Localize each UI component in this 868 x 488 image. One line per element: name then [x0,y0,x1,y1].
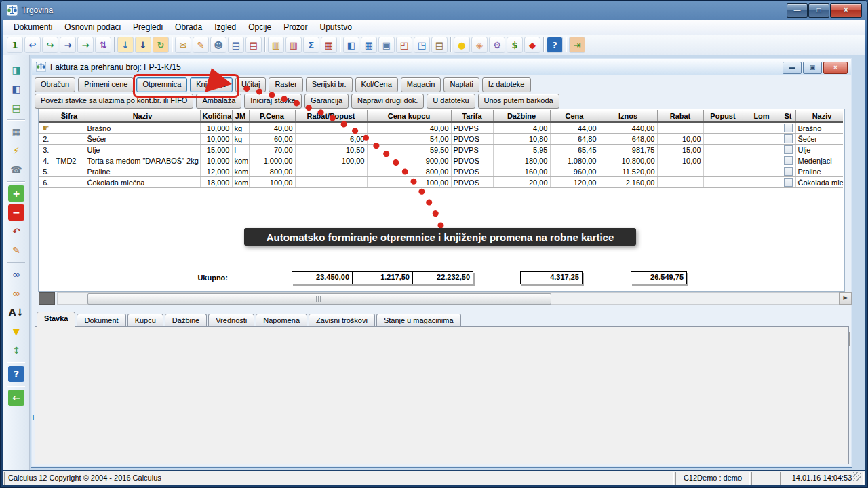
table-row[interactable]: 2.Šećer10,000kg60,006,0054,00PDVOS10,806… [39,134,843,145]
iz-datoteke-button[interactable]: Iz datoteke [482,77,531,92]
iniciraj-stavke-button[interactable]: Iniciraj stavke [244,94,302,109]
menu-item-dokumenti[interactable]: Dokumenti [7,20,58,34]
book-remove-icon[interactable]: ▤ [245,37,262,53]
column-header-naziv[interactable]: Naziv [795,110,843,122]
sort-az-icon[interactable]: A↓ [8,304,24,320]
column-header-p-cena[interactable]: P.Cena [249,110,295,122]
hint-bulb-icon[interactable]: ● [454,37,470,53]
price-tag-icon[interactable]: ◈ [471,37,488,53]
column-header-cena-kupcu[interactable]: Cena kupcu [367,110,451,122]
refresh-doc-icon[interactable]: ↻ [153,37,169,53]
table-row[interactable]: ☛Brašno10,000kg40,0040,00PDVPS4,0044,004… [39,122,843,134]
menu-item-uputstvo[interactable]: Uputstvo [314,20,358,34]
column-header-popust[interactable]: Popust [703,110,743,122]
main-titlebar[interactable]: Trgovina — □ × [1,1,867,20]
doc-restore-button[interactable]: ▣ [803,62,822,74]
resize-grip[interactable] [853,472,861,481]
menu-item-osnovni-podaci[interactable]: Osnovni podaci [58,20,127,34]
help-icon[interactable]: ? [547,37,563,53]
u-datoteku-button[interactable]: U datoteku [427,94,475,109]
tab-kupcu[interactable]: Kupcu [127,314,163,327]
clipboard-icon[interactable]: ▥ [268,37,284,53]
notes-book-icon[interactable]: ▤ [431,37,448,53]
add-row-icon[interactable]: + [8,185,24,202]
mail-icon[interactable]: ✉ [175,37,191,53]
ambalaza-button[interactable]: Ambalaža [196,94,241,109]
menu-item-pregledi[interactable]: Pregledi [127,20,169,34]
exit-door-icon[interactable]: ⇥ [569,37,585,53]
unos-putem-barkoda-button[interactable]: Unos putem barkoda [478,94,559,109]
magacin-button[interactable]: Magacin [401,77,441,92]
column-header-cena[interactable]: Cena [550,110,599,122]
new-doc-icon[interactable]: 1 [7,37,23,53]
collapse-doc-icon[interactable]: ⇅ [95,37,111,53]
close-button[interactable]: × [830,3,862,18]
undo-icon[interactable]: ↶ [8,223,24,240]
calendar-icon[interactable]: ▦ [321,37,337,53]
table-row[interactable]: 3.Ulje15,000l70,0010,5059,50PDVPS5,9565,… [39,145,843,155]
save-doc-icon[interactable]: ↪ [42,37,58,53]
doc-close-button[interactable]: × [823,62,848,74]
document-titlebar[interactable]: Faktura za prehranu broj: FP-1-K/15 ▬ ▣ … [32,59,851,75]
view-grid-icon[interactable]: ▦ [361,37,377,53]
view-copies-icon[interactable]: ▣ [378,37,395,53]
next-doc-icon[interactable]: → [77,37,94,53]
print-fast-icon[interactable]: ⚡ [8,143,24,159]
column-header-rabat-popust[interactable]: Rabat/Popust [295,110,367,122]
book-add-icon[interactable]: ▤ [228,37,244,53]
save-as-icon[interactable]: ◧ [8,81,24,97]
filter-icon[interactable]: ▼ [8,323,24,339]
favorite-diamond-icon[interactable]: ◆ [524,37,540,53]
import-all-doc-icon[interactable]: ↓ [135,37,151,53]
kol-cena-button[interactable]: Kol/Cena [355,77,398,92]
napravi-drugi-dok-button[interactable]: Napravi drugi dok. [351,94,424,109]
menu-item-izgled[interactable]: Izgled [208,20,242,34]
edit-pencil-icon[interactable]: ✎ [193,37,209,53]
table-row[interactable]: 6.Čokolada mlečna18,000kom100,00100,00PD… [39,177,843,188]
tab-stavka[interactable]: Stavka [37,312,75,327]
tab-vrednosti[interactable]: Vrednosti [208,314,254,327]
otpremnica-button[interactable]: Otpremnica [136,77,187,92]
column-header-kolicina[interactable]: Količina [200,110,232,122]
menu-item-opcije[interactable]: Opcije [242,20,277,34]
import-doc-icon[interactable]: ↓ [117,37,134,53]
doc-minimize-button[interactable]: ▬ [783,62,802,74]
table-row[interactable]: 4.TMD2Torta sa medom "DARABOŠ" 2kg10,000… [39,155,843,166]
garancija-button[interactable]: Garancija [304,94,349,109]
column-header-sifra[interactable]: Šifra [54,110,85,122]
column-header-jm[interactable]: JM [232,110,249,122]
tab-napomena[interactable]: Napomena [256,314,307,327]
copy-edit-icon[interactable]: ✎ [8,242,24,259]
user-edit-icon[interactable]: ☻ [210,37,226,53]
scroll-right-button[interactable]: ▶ [839,292,852,305]
minimize-button[interactable]: — [787,3,808,18]
back-icon[interactable]: ← [8,390,24,406]
column-header-naziv[interactable]: Naziv [85,110,200,122]
view-left-panel-icon[interactable]: ◧ [343,37,359,53]
open-doc-icon[interactable]: ↩ [24,37,41,53]
primeni-cene-button[interactable]: Primeni cene [78,77,134,92]
raster-button[interactable]: Raster [269,77,302,92]
tab-dokument[interactable]: Dokument [77,314,125,327]
money-doc-icon[interactable]: $ [507,37,523,53]
serijski-br-button[interactable]: Serijski br. [306,77,353,92]
sum-sigma-icon[interactable]: Σ [303,37,319,53]
tab-zavisni-troskovi[interactable]: Zavisni troškovi [309,314,375,327]
scrollbar-thumb[interactable] [87,293,551,305]
column-header-tarifa[interactable]: Tarifa [451,110,493,122]
prev-doc-icon[interactable]: → [60,37,76,53]
table-row[interactable]: 5.Praline12,000kom800,00800,00PDVOS160,0… [39,166,843,177]
print-icon[interactable]: ▦ [8,124,24,140]
find-icon[interactable]: ∞ [8,266,24,282]
maximize-button[interactable]: □ [808,3,829,18]
clipboard-send-icon[interactable]: ▥ [285,37,302,53]
delete-row-icon[interactable]: − [8,204,24,221]
save-icon[interactable]: ◨ [8,62,24,78]
menu-item-obrada[interactable]: Obrada [169,20,208,34]
help-small-icon[interactable]: ? [8,366,24,382]
knjizenje-button[interactable]: Knjiženje [190,77,233,92]
column-header-marker[interactable] [39,110,54,122]
column-header-dazbine[interactable]: Dažbine [493,110,550,122]
tab-dazbine[interactable]: Dažbine [165,314,207,327]
print-dial-icon[interactable]: ☎ [8,162,24,178]
